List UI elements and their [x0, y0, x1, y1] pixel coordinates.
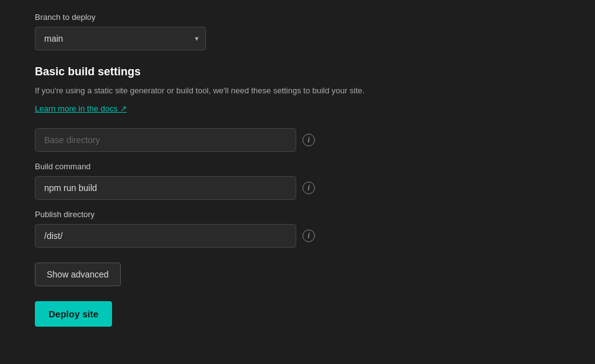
- branch-section: Branch to deploy main develop master ▾: [35, 12, 560, 50]
- base-directory-row: i: [35, 128, 560, 152]
- branch-select-wrapper: main develop master ▾: [35, 27, 206, 50]
- show-advanced-button[interactable]: Show advanced: [35, 263, 121, 286]
- build-command-input[interactable]: [35, 176, 296, 200]
- fields-container: i Build command i Publish directory i: [35, 128, 560, 248]
- page-container: Branch to deploy main develop master ▾ B…: [0, 0, 595, 364]
- build-command-group: Build command i: [35, 162, 560, 200]
- publish-directory-group: Publish directory i: [35, 210, 560, 248]
- docs-link[interactable]: Learn more in the docs ↗: [35, 104, 127, 113]
- section-title: Basic build settings: [35, 65, 560, 78]
- branch-label: Branch to deploy: [35, 12, 560, 22]
- base-directory-info-icon[interactable]: i: [302, 134, 315, 146]
- publish-directory-row: i: [35, 224, 560, 248]
- deploy-button-container: Deploy site: [35, 301, 560, 327]
- section-description: If you're using a static site generator …: [35, 85, 560, 97]
- basic-build-section: Basic build settings If you're using a s…: [35, 65, 560, 113]
- deploy-site-button[interactable]: Deploy site: [35, 301, 112, 327]
- build-command-label: Build command: [35, 162, 560, 171]
- publish-directory-info-icon[interactable]: i: [302, 230, 315, 242]
- build-command-info-icon[interactable]: i: [302, 182, 315, 194]
- build-command-row: i: [35, 176, 560, 200]
- publish-directory-input[interactable]: [35, 224, 296, 248]
- branch-select[interactable]: main develop master: [35, 27, 206, 50]
- base-directory-input[interactable]: [35, 128, 296, 152]
- base-directory-group: i: [35, 128, 560, 152]
- publish-directory-label: Publish directory: [35, 210, 560, 219]
